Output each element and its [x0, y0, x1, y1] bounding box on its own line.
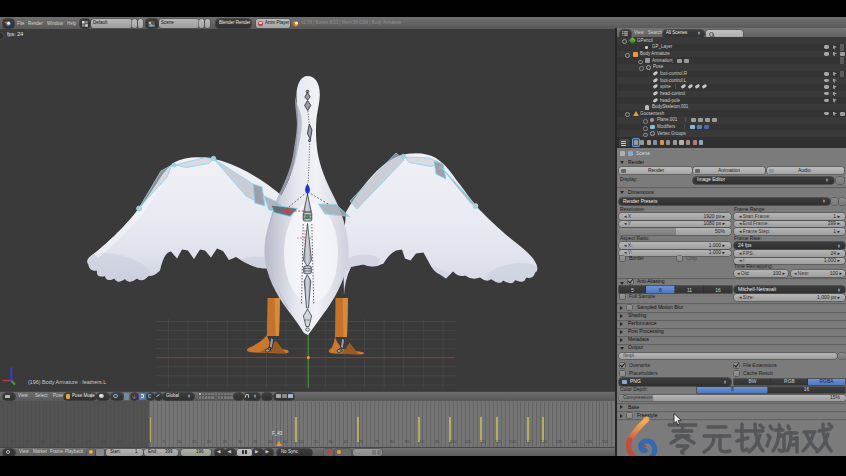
svg-text:(196) Body Armature : feathers: (196) Body Armature : feathers.L — [28, 379, 106, 385]
svg-text:fps: 24: fps: 24 — [7, 31, 23, 37]
